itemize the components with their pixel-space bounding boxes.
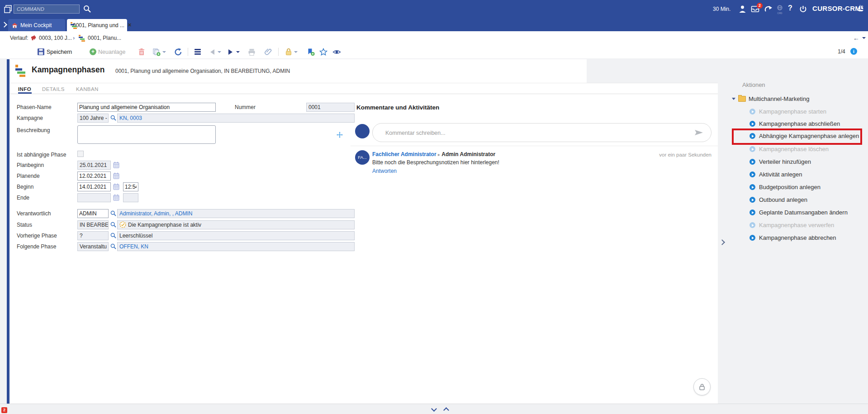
verantwortlich-lookup-icon[interactable] [110, 210, 116, 216]
new-record-button[interactable]: + Neuanlage [90, 47, 125, 57]
copy-dropdown-icon[interactable] [162, 51, 166, 53]
tab-label: 0001, Planung und ... [73, 22, 124, 29]
play-icon [749, 209, 755, 215]
favorite-star-icon[interactable] [319, 47, 327, 57]
crd-mini-icon[interactable]: CRD [776, 5, 783, 14]
menu-icon[interactable] [194, 47, 201, 57]
save-button[interactable]: Speichern [37, 47, 72, 57]
action-budgetposition-anlegen[interactable]: Budgetposition anlegen [749, 184, 821, 190]
lock-dropdown-icon[interactable] [294, 51, 298, 53]
user-icon[interactable] [739, 5, 746, 14]
panel-expand-up-icon[interactable] [443, 407, 449, 413]
move-icon[interactable] [337, 132, 343, 138]
calendar-icon[interactable] [113, 162, 119, 168]
comment-author-link[interactable]: Fachlicher Administrator [372, 151, 436, 157]
status-label: Status [17, 222, 76, 228]
history-dropdown-icon[interactable] [862, 37, 866, 39]
inbox-icon[interactable]: 2 [751, 5, 759, 14]
tree-collapse-icon[interactable] [732, 98, 735, 100]
vorherige-phase-display-field: Leerschlüssel [117, 231, 355, 240]
tab-label: Mein Cockpit [20, 22, 52, 29]
status-lookup-icon[interactable] [110, 222, 116, 228]
phasen-name-input[interactable] [77, 103, 216, 112]
folgende-phase-link[interactable]: OFFEN, KN [119, 243, 148, 250]
folder-icon [738, 96, 746, 102]
action-geplante-datumsangaben-aendern[interactable]: Geplante Datumsangaben ändern [749, 209, 848, 216]
action-verteiler-hinzufuegen[interactable]: Verteiler hinzufügen [749, 158, 811, 165]
kampagne-key-field: 100 Jahre - [77, 114, 109, 123]
tab-mein-cockpit[interactable]: Mein Cockpit [8, 19, 65, 31]
logout-power-icon[interactable] [799, 5, 807, 14]
app-window-icon[interactable] [4, 5, 13, 15]
ist-abhaengige-phase-checkbox[interactable] [77, 151, 84, 157]
kampagne-link[interactable]: KN, 0003 [119, 115, 142, 121]
comment-recipient: Admin Administrator [441, 151, 495, 157]
close-icon[interactable]: ✕ [128, 22, 132, 28]
bookmark-add-icon[interactable] [307, 47, 315, 57]
action-aktivitaet-anlegen[interactable]: Aktivität anlegen [749, 171, 802, 178]
search-icon[interactable] [83, 5, 91, 14]
status-display-field: Die Kampagnenphase ist aktiv [117, 220, 355, 229]
tabbar-expand-icon[interactable] [1, 22, 7, 28]
beginn-date-input[interactable] [77, 182, 111, 191]
tab-info[interactable]: INFO [18, 86, 31, 92]
inbox-badge: 2 [757, 3, 763, 9]
sidebar-collapse-icon[interactable] [720, 239, 724, 246]
action-outbound-anlegen[interactable]: Outbound anlegen [749, 196, 807, 203]
kampagne-lookup-icon[interactable] [110, 115, 116, 121]
play-icon [749, 159, 755, 165]
refresh-icon[interactable] [174, 47, 182, 57]
copy-record-button[interactable] [152, 47, 166, 57]
notification-corner-badge[interactable]: 2 [1, 407, 7, 413]
document-tab-bar: Mein Cockpit 0001, Planung und ... ✕ [0, 18, 868, 31]
folgende-phase-lookup-icon[interactable] [110, 243, 116, 249]
panel-collapse-down-icon[interactable] [431, 406, 437, 412]
phasen-name-label: Phasen-Name [17, 104, 76, 110]
vorherige-phase-key-field: ? [77, 231, 109, 240]
lock-fab-button[interactable] [693, 378, 711, 395]
session-timer: 30 Min. [713, 6, 730, 12]
comment-reply-link[interactable]: Antworten [372, 168, 397, 174]
help-icon[interactable]: ? [788, 4, 792, 12]
action-kampagnenphase-abbrechen[interactable]: Kampagnenphase abbrechen [749, 234, 836, 241]
history-back-icon[interactable]: ← [853, 34, 859, 42]
redo-icon[interactable] [764, 5, 773, 14]
calendar-icon[interactable] [113, 194, 119, 201]
beginn-time-input[interactable] [123, 182, 138, 191]
bottom-panel-bar [0, 404, 868, 414]
tab-kanban[interactable]: KANBAN [76, 86, 99, 92]
actions-group[interactable]: Multichannel-Marketing [732, 95, 809, 102]
attachment-icon[interactable] [265, 47, 272, 57]
verantwortlich-input[interactable] [77, 209, 109, 218]
verantwortlich-link[interactable]: Administrator, Admin, , ADMIN [119, 210, 192, 217]
play-icon [749, 171, 755, 177]
play-icon [749, 222, 755, 228]
calendar-icon[interactable] [113, 172, 119, 179]
comments-divider [351, 146, 718, 146]
comments-heading: Kommentare und Aktivitäten [356, 104, 439, 111]
breadcrumb-item-campaign[interactable]: 0003, 100 J... [39, 35, 72, 41]
planbeginn-field: 25.01.2021 [77, 161, 111, 170]
next-record-button[interactable] [228, 47, 240, 57]
page-subtitle: 0001, Planung und allgemeine Organisatio… [115, 68, 290, 74]
kampagnenphasen-icon [15, 65, 27, 77]
command-input[interactable] [14, 5, 80, 14]
send-icon[interactable] [694, 128, 704, 137]
play-icon [749, 197, 755, 203]
info-icon[interactable]: i [850, 48, 857, 55]
comment-composer [372, 123, 711, 142]
sailboat-icon [857, 4, 864, 14]
tab-details[interactable]: DETAILS [42, 86, 65, 92]
calendar-icon[interactable] [113, 183, 119, 190]
comment-input[interactable] [384, 124, 680, 142]
action-abhaengige-kampagnenphase-anlegen[interactable]: Abhängige Kampagnenphase anlegen [749, 133, 859, 139]
planende-input[interactable] [77, 171, 111, 181]
tab-record-active[interactable]: 0001, Planung und ... ✕ [67, 19, 127, 31]
view-eye-icon[interactable] [332, 47, 341, 57]
breadcrumb-item-phase[interactable]: 0001, Planu... [88, 35, 121, 41]
action-kampagnenphase-abschliessen[interactable]: Kampagnenphase abschließen [749, 120, 840, 127]
top-bar: 30 Min. 2 CRD ? CURSOR-CRM® [0, 0, 868, 18]
beschreibung-textarea[interactable] [77, 125, 216, 144]
lock-icon[interactable] [285, 47, 298, 57]
vorherige-phase-lookup-icon[interactable] [110, 233, 116, 238]
